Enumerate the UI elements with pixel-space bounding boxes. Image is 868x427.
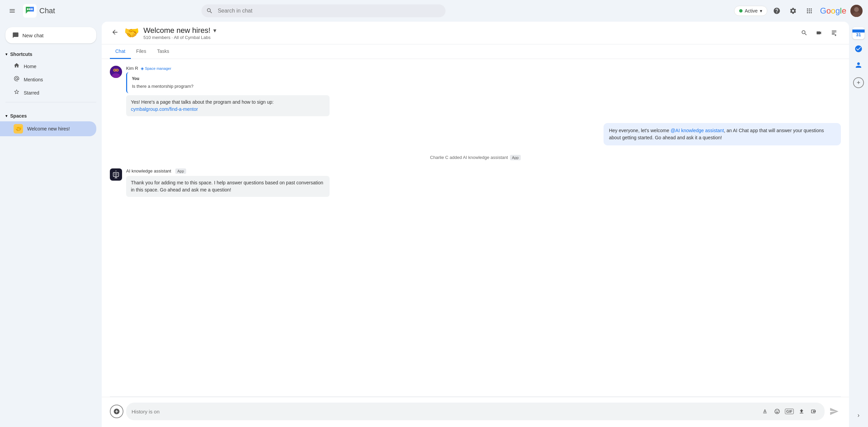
settings-button[interactable] [786, 4, 800, 18]
channel-chevron-icon[interactable]: ▾ [213, 27, 216, 34]
mentions-icon [14, 76, 20, 83]
home-icon [14, 62, 20, 70]
badge-diamond-icon: ◈ [141, 66, 144, 71]
svg-rect-17 [115, 174, 116, 175]
right-sidebar-expand-icon[interactable]: › [855, 409, 862, 422]
channel-meta: 510 members · All of Cymbal Labs [143, 35, 793, 40]
google-tasks-icon[interactable] [852, 42, 865, 56]
sidebar-divider [5, 102, 96, 102]
text-format-button[interactable] [760, 406, 770, 417]
chat-tabs: Chat Files Tasks [102, 44, 849, 59]
channel-title: Welcome new hires! ▾ [143, 26, 793, 35]
chat-content: 🤝 Welcome new hires! ▾ 510 members · All… [102, 22, 849, 427]
tab-files[interactable]: Files [131, 44, 152, 59]
search-chat-button[interactable] [797, 26, 811, 40]
kim-message-content: Kim R ◈ Space manager You Is there a men… [126, 66, 330, 116]
channel-info: Welcome new hires! ▾ 510 members · All o… [143, 26, 793, 40]
ai-message-sender: AI knowledge assistant App [126, 168, 330, 174]
active-status-button[interactable]: Active ▾ [734, 6, 767, 16]
kim-avatar [110, 66, 122, 78]
messages-area[interactable]: Kim R ◈ Space manager You Is there a men… [102, 59, 849, 396]
add-app-button[interactable]: + [853, 77, 864, 88]
sidebar-home-label: Home [24, 64, 36, 69]
shortcuts-chevron-icon: ▾ [5, 52, 7, 57]
ai-message-text: Thank you for adding me to this space. I… [131, 180, 323, 192]
quote-author: You [132, 76, 325, 82]
space-emoji: 🤝 [14, 124, 23, 134]
spaces-section: ▾ Spaces 🤝 Welcome new hires! [0, 110, 102, 136]
sidebar-item-mentions[interactable]: Mentions [0, 73, 96, 86]
message-group-right: Hey everyone, let's welcome @AI knowledg… [110, 122, 841, 147]
input-actions: GIF [760, 406, 819, 417]
svg-point-1 [27, 8, 29, 10]
sidebar: New chat ▾ Shortcuts Home Mentions [0, 22, 102, 427]
sidebar-item-home[interactable]: Home [0, 60, 96, 73]
ai-sender-name: AI knowledge assistant [126, 168, 171, 174]
message-group-kim: Kim R ◈ Space manager You Is there a men… [110, 66, 841, 116]
back-button[interactable] [110, 27, 120, 39]
space-label-welcome: Welcome new hires! [27, 126, 70, 131]
threads-button[interactable] [827, 26, 841, 40]
mentorship-link[interactable]: cymbalgroup.com/find-a-mentor [131, 106, 198, 112]
sidebar-starred-label: Starred [24, 90, 39, 96]
svg-text:?: ? [115, 170, 117, 172]
active-label: Active [745, 8, 757, 14]
apps-button[interactable] [803, 4, 816, 18]
channel-org: All of Cymbal Labs [174, 35, 211, 40]
input-field-wrap: GIF [126, 403, 825, 420]
channel-name: Welcome new hires! [143, 26, 211, 35]
system-message-text: Charlie C added AI knowledge assistant [430, 155, 508, 160]
svg-point-3 [31, 8, 33, 10]
kim-message-sender: Kim R ◈ Space manager [126, 66, 330, 71]
help-button[interactable] [770, 4, 784, 18]
message-input[interactable] [132, 409, 757, 414]
send-button[interactable] [827, 405, 841, 418]
response-text: Yes! Here's a page that talks about the … [131, 99, 274, 105]
spaces-chevron-icon: ▾ [5, 114, 7, 118]
google-calendar-icon[interactable]: 31 [852, 27, 865, 39]
gif-button[interactable]: GIF [784, 406, 795, 417]
upload-button[interactable] [796, 406, 807, 417]
kim-sender-name: Kim R [126, 66, 138, 71]
search-icon [206, 7, 213, 14]
sidebar-mentions-label: Mentions [24, 77, 43, 82]
google-contacts-icon[interactable] [852, 58, 865, 72]
tab-chat[interactable]: Chat [110, 44, 131, 59]
main-layout: New chat ▾ Shortcuts Home Mentions [0, 22, 868, 427]
tab-tasks[interactable]: Tasks [152, 44, 175, 59]
chat-header-actions [797, 26, 841, 40]
shortcuts-label: Shortcuts [10, 52, 32, 57]
right-sidebar: 31 + › [849, 22, 868, 427]
user-avatar[interactable] [850, 5, 863, 17]
svg-point-2 [29, 8, 31, 10]
video-call-button[interactable] [812, 26, 826, 40]
ai-message-bubble: Thank you for adding me to this space. I… [126, 176, 330, 197]
header-right: Active ▾ Google [734, 4, 863, 18]
emoji-button[interactable] [772, 406, 783, 417]
message-group-ai: ? AI knowledge assistant App Thank you f… [110, 168, 841, 197]
search-input[interactable] [201, 4, 446, 17]
chat-header: 🤝 Welcome new hires! ▾ 510 members · All… [102, 22, 849, 44]
new-chat-button[interactable]: New chat [5, 27, 96, 43]
spaces-label: Spaces [10, 113, 27, 119]
space-item-welcome[interactable]: 🤝 Welcome new hires! [0, 121, 96, 136]
spaces-section-header[interactable]: ▾ Spaces [0, 110, 96, 121]
new-chat-label: New chat [22, 33, 44, 38]
response-message-bubble: Yes! Here's a page that talks about the … [126, 95, 330, 116]
sidebar-item-starred[interactable]: Starred [0, 86, 96, 99]
shortcuts-section-header[interactable]: ▾ Shortcuts [0, 49, 96, 60]
app-name-label: Chat [39, 6, 55, 15]
hamburger-menu-button[interactable] [5, 4, 19, 18]
ai-app-badge: App [175, 168, 186, 174]
member-count: 510 members [143, 35, 170, 40]
video-add-button[interactable] [808, 406, 819, 417]
search-bar [201, 4, 446, 17]
app-logo[interactable]: Chat [23, 4, 55, 18]
ai-message-content: AI knowledge assistant App Thank you for… [126, 168, 330, 197]
active-chevron-icon: ▾ [760, 8, 762, 14]
channel-emoji: 🤝 [124, 26, 139, 40]
top-header: Chat Active ▾ [0, 0, 868, 22]
attach-button[interactable] [110, 405, 123, 418]
active-dot [739, 9, 743, 13]
svg-point-5 [854, 7, 859, 12]
